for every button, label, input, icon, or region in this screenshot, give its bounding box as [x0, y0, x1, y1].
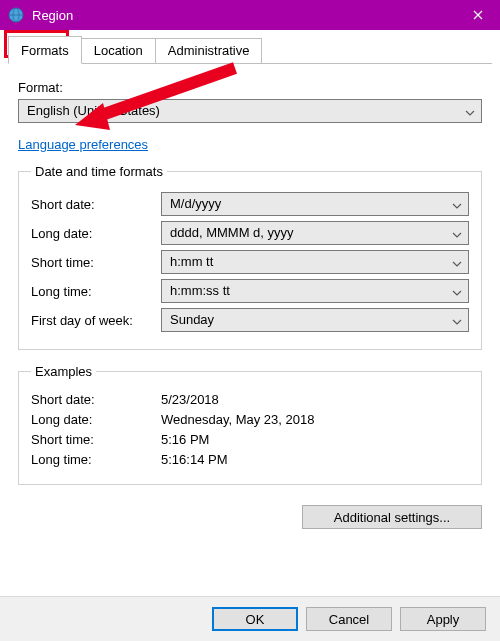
example-short-date-label: Short date: — [31, 392, 161, 407]
window-title: Region — [32, 8, 73, 23]
apply-button[interactable]: Apply — [400, 607, 486, 631]
example-short-date-value: 5/23/2018 — [161, 392, 469, 407]
short-date-combobox[interactable]: M/d/yyyy — [161, 192, 469, 216]
first-day-of-week-value: Sunday — [170, 312, 214, 327]
short-date-label: Short date: — [31, 197, 161, 212]
close-button[interactable] — [455, 0, 500, 30]
dialog-footer: OK Cancel Apply — [0, 596, 500, 641]
long-date-value: dddd, MMMM d, yyyy — [170, 225, 294, 240]
tab-formats[interactable]: Formats — [8, 36, 82, 64]
chevron-down-icon — [452, 257, 462, 267]
long-date-combobox[interactable]: dddd, MMMM d, yyyy — [161, 221, 469, 245]
additional-settings-button[interactable]: Additional settings... — [302, 505, 482, 529]
tab-administrative[interactable]: Administrative — [155, 38, 263, 63]
close-icon — [473, 10, 483, 20]
chevron-down-icon — [452, 199, 462, 209]
titlebar: Region — [0, 0, 500, 30]
chevron-down-icon — [452, 315, 462, 325]
cancel-button[interactable]: Cancel — [306, 607, 392, 631]
chevron-down-icon — [452, 286, 462, 296]
panel-formats: Format: English (United States) Language… — [0, 64, 500, 537]
example-long-date-label: Long date: — [31, 412, 161, 427]
short-date-value: M/d/yyyy — [170, 196, 221, 211]
long-date-label: Long date: — [31, 226, 161, 241]
additional-settings-row: Additional settings... — [18, 499, 482, 529]
long-time-value: h:mm:ss tt — [170, 283, 230, 298]
short-time-label: Short time: — [31, 255, 161, 270]
example-short-time-label: Short time: — [31, 432, 161, 447]
first-day-of-week-label: First day of week: — [31, 313, 161, 328]
short-time-value: h:mm tt — [170, 254, 213, 269]
ok-button[interactable]: OK — [212, 607, 298, 631]
region-globe-icon — [8, 7, 24, 23]
example-long-date-value: Wednesday, May 23, 2018 — [161, 412, 469, 427]
first-day-of-week-combobox[interactable]: Sunday — [161, 308, 469, 332]
long-time-label: Long time: — [31, 284, 161, 299]
chevron-down-icon — [465, 106, 475, 116]
date-time-formats-legend: Date and time formats — [31, 164, 167, 179]
tab-location[interactable]: Location — [81, 38, 156, 63]
example-long-time-value: 5:16:14 PM — [161, 452, 469, 467]
chevron-down-icon — [452, 228, 462, 238]
format-label: Format: — [18, 80, 482, 95]
long-time-combobox[interactable]: h:mm:ss tt — [161, 279, 469, 303]
example-long-time-label: Long time: — [31, 452, 161, 467]
format-combobox[interactable]: English (United States) — [18, 99, 482, 123]
date-time-formats-group: Date and time formats Short date: M/d/yy… — [18, 164, 482, 350]
examples-group: Examples Short date: 5/23/2018 Long date… — [18, 364, 482, 485]
examples-legend: Examples — [31, 364, 96, 379]
example-short-time-value: 5:16 PM — [161, 432, 469, 447]
tab-strip: Formats Location Administrative — [8, 36, 492, 64]
language-preferences-link[interactable]: Language preferences — [18, 137, 148, 152]
format-value: English (United States) — [27, 103, 160, 118]
short-time-combobox[interactable]: h:mm tt — [161, 250, 469, 274]
